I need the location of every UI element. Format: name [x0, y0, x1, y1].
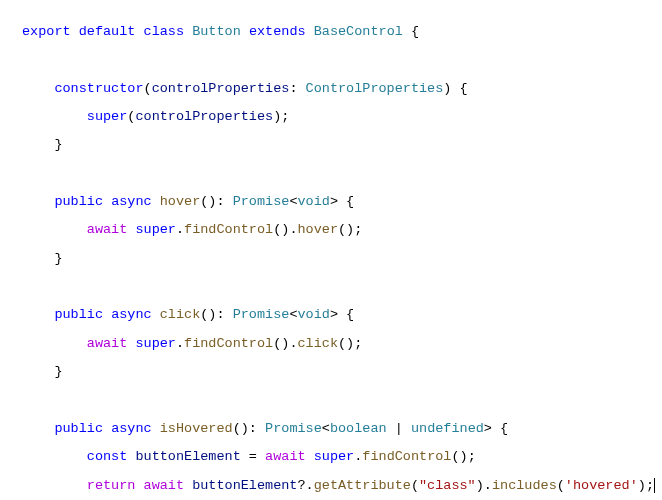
- code-line: public async isHovered(): Promise<boolea…: [22, 421, 508, 436]
- code-line: await super.findControl().hover();: [22, 222, 362, 237]
- code-line: const buttonElement = await super.findCo…: [22, 449, 476, 464]
- code-line: public async click(): Promise<void> {: [22, 307, 354, 322]
- text-cursor: [654, 478, 655, 493]
- code-line: }: [22, 137, 63, 152]
- code-line: return await buttonElement?.getAttribute…: [22, 478, 655, 493]
- code-line: await super.findControl().click();: [22, 336, 362, 351]
- code-line: constructor(controlProperties: ControlPr…: [22, 81, 468, 96]
- code-block: export default class Button extends Base…: [22, 18, 640, 500]
- code-line: }: [22, 364, 63, 379]
- code-line: }: [22, 251, 63, 266]
- code-line: export default class Button extends Base…: [22, 24, 419, 39]
- code-line: public async hover(): Promise<void> {: [22, 194, 354, 209]
- code-line: super(controlProperties);: [22, 109, 289, 124]
